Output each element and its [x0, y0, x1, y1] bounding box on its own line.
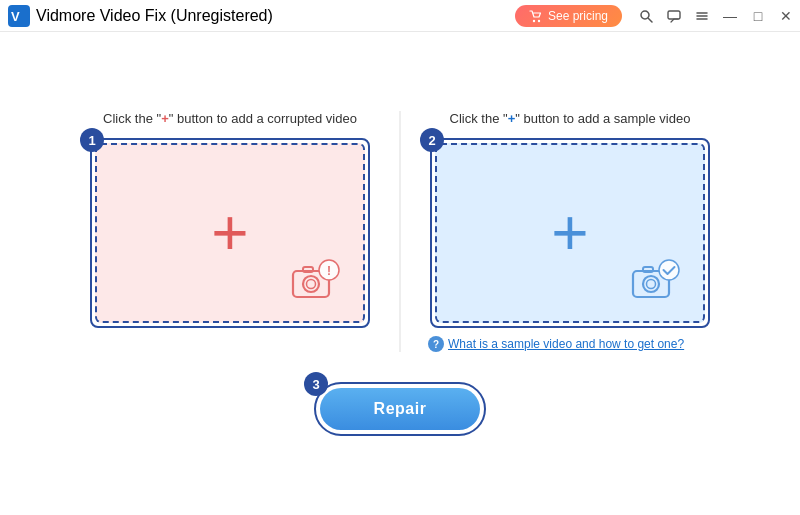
message-icon — [667, 9, 681, 23]
svg-text:!: ! — [327, 264, 331, 278]
close-button[interactable]: ✕ — [772, 0, 800, 32]
corrupted-camera-icon: ! — [289, 259, 343, 305]
corrupted-plus-sign: + — [161, 111, 169, 126]
titlebar-title: Vidmore Video Fix (Unregistered) — [36, 7, 273, 25]
svg-line-5 — [649, 19, 653, 23]
titlebar-controls: See pricing — □ ✕ — [515, 0, 800, 32]
sample-add-icon[interactable]: + — [551, 201, 588, 265]
sample-drop-zone[interactable]: + — [435, 143, 705, 323]
menu-button[interactable] — [688, 0, 716, 32]
titlebar-logo: V Vidmore Video Fix (Unregistered) — [8, 5, 273, 27]
sample-video-panel: Click the "+" button to add a sample vid… — [400, 111, 740, 352]
svg-rect-13 — [303, 267, 313, 272]
svg-point-20 — [659, 260, 679, 280]
svg-point-2 — [533, 20, 535, 22]
sample-camera-icon — [629, 259, 683, 305]
svg-point-3 — [538, 20, 540, 22]
svg-point-12 — [307, 280, 316, 289]
corrupted-drop-zone[interactable]: + — [95, 143, 365, 323]
svg-point-18 — [647, 280, 656, 289]
sample-help-link[interactable]: What is a sample video and how to get on… — [448, 337, 684, 351]
sample-panel-outer: 2 + — [430, 138, 710, 328]
help-link-row: ? What is a sample video and how to get … — [420, 336, 684, 352]
maximize-button[interactable]: □ — [744, 0, 772, 32]
menu-icon — [695, 9, 709, 23]
svg-point-11 — [303, 276, 319, 292]
repair-outer-border: 3 Repair — [314, 382, 486, 436]
message-button[interactable] — [660, 0, 688, 32]
sample-panel-badge: 2 — [420, 128, 444, 152]
sample-plus-sign: + — [508, 111, 516, 126]
minimize-button[interactable]: — — [716, 0, 744, 32]
svg-rect-19 — [643, 267, 653, 272]
help-circle-icon: ? — [428, 336, 444, 352]
see-pricing-button[interactable]: See pricing — [515, 5, 622, 27]
main-content: Click the "+" button to add a corrupted … — [0, 32, 800, 515]
svg-text:V: V — [11, 9, 20, 24]
corrupted-panel-outer: 1 + — [90, 138, 370, 328]
repair-button[interactable]: Repair — [320, 388, 480, 430]
sample-panel-instruction: Click the "+" button to add a sample vid… — [450, 111, 691, 126]
repair-badge: 3 — [304, 372, 328, 396]
cart-icon — [529, 9, 543, 23]
corrupted-add-icon[interactable]: + — [211, 201, 248, 265]
corrupted-video-panel: Click the "+" button to add a corrupted … — [60, 111, 400, 328]
panels-row: Click the "+" button to add a corrupted … — [20, 111, 780, 352]
search-icon — [639, 9, 653, 23]
svg-rect-6 — [668, 11, 680, 19]
search-button[interactable] — [632, 0, 660, 32]
repair-row: 3 Repair — [314, 382, 486, 436]
svg-point-17 — [643, 276, 659, 292]
corrupted-panel-instruction: Click the "+" button to add a corrupted … — [103, 111, 357, 126]
corrupted-panel-badge: 1 — [80, 128, 104, 152]
svg-point-4 — [641, 11, 649, 19]
app-logo-icon: V — [8, 5, 30, 27]
titlebar: V Vidmore Video Fix (Unregistered) See p… — [0, 0, 800, 32]
